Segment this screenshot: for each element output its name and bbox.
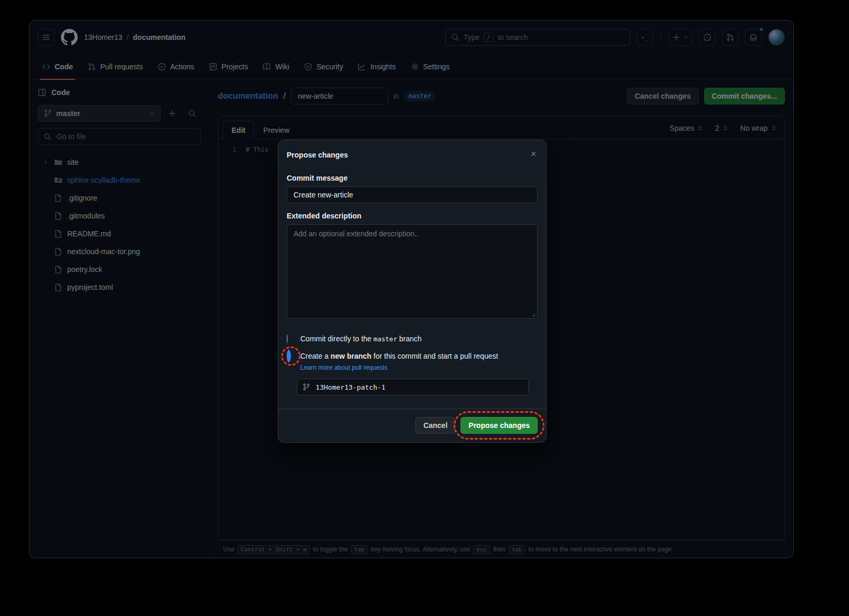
- commit-message-label: Commit message: [287, 174, 538, 182]
- label-text: Commit directly to the: [300, 335, 371, 343]
- github-app-window: 13Homer13 / documentation Type / to sear…: [29, 20, 794, 558]
- label-text: Create a: [300, 352, 329, 360]
- extended-description-label: Extended description: [287, 212, 538, 220]
- create-branch-label: Create a new branch for this commit and …: [300, 352, 498, 360]
- dialog-title: Propose changes: [287, 151, 348, 159]
- label-text: branch: [399, 335, 422, 343]
- radio-commit-direct[interactable]: [287, 334, 288, 343]
- annotation-circle-radio: [281, 347, 301, 366]
- propose-changes-dialog: Propose changes × Commit message Extende…: [278, 140, 547, 443]
- close-dialog-button[interactable]: ×: [526, 147, 541, 161]
- commit-direct-option[interactable]: Commit directly to the master branch: [287, 335, 538, 343]
- new-branch-name-field[interactable]: [297, 379, 529, 395]
- create-branch-option[interactable]: Create a new branch for this commit and …: [287, 352, 538, 360]
- learn-more-link[interactable]: Learn more about pull requests: [300, 364, 387, 371]
- label-text: for this commit and start a pull request: [373, 352, 498, 360]
- label-bold-text: new branch: [331, 352, 372, 360]
- extended-description-textarea[interactable]: [287, 224, 538, 319]
- commit-message-input[interactable]: [287, 186, 538, 203]
- branch-ref-text: master: [373, 335, 397, 343]
- close-icon: ×: [531, 149, 537, 160]
- commit-direct-label: Commit directly to the master branch: [300, 335, 422, 343]
- new-branch-name-input[interactable]: [315, 383, 523, 392]
- radio-create-branch[interactable]: [287, 350, 291, 362]
- git-branch-icon: [302, 383, 310, 391]
- dialog-cancel-button[interactable]: Cancel: [415, 417, 455, 434]
- propose-changes-button[interactable]: Propose changes: [460, 417, 538, 434]
